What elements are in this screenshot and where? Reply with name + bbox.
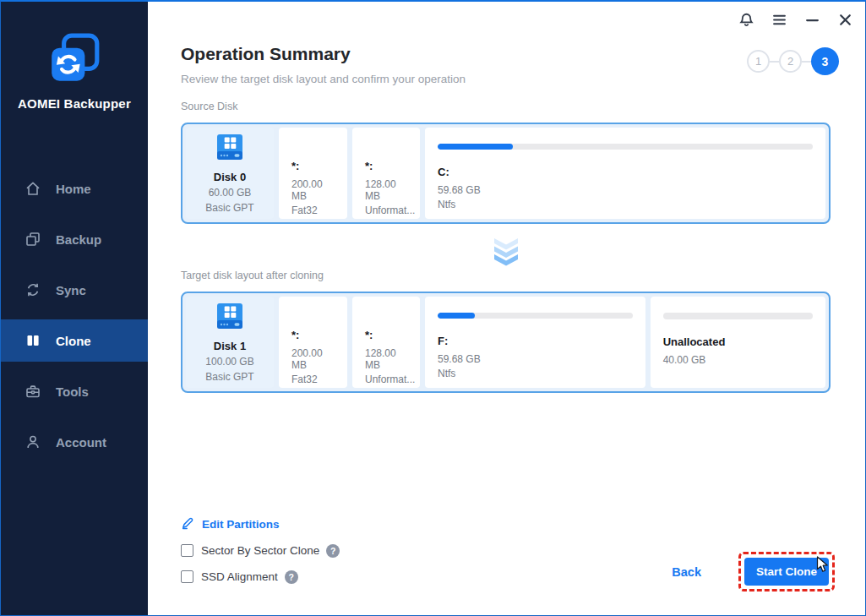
- notification-bell-icon[interactable]: [737, 9, 755, 30]
- step-connector: [802, 61, 811, 63]
- sector-by-sector-label: Sector By Sector Clone: [201, 544, 319, 557]
- partition-filesystem: Ntfs: [438, 368, 633, 379]
- disk-size: 60.00 GB: [209, 187, 252, 199]
- sidebar-item-home[interactable]: Home: [1, 167, 148, 210]
- clone-icon: [25, 332, 41, 349]
- step-2: 2: [779, 50, 802, 73]
- footer-actions: Back Start Clone: [672, 552, 835, 591]
- partition-size: 200.00 MB: [291, 347, 335, 371]
- back-button[interactable]: Back: [672, 565, 701, 579]
- disk-name: Disk 0: [214, 171, 246, 183]
- close-icon[interactable]: [836, 9, 854, 30]
- target-disk-info: Disk 1 100.00 GB Basic GPT: [186, 297, 274, 388]
- partition-filesystem: Unformat...: [365, 373, 407, 385]
- sidebar-item-label: Clone: [56, 334, 91, 348]
- partition-filesystem: Unformat...: [365, 204, 407, 216]
- disk-size: 100.00 GB: [205, 356, 253, 368]
- minimize-icon[interactable]: [803, 9, 821, 30]
- brand: AOMEI Backupper: [1, 30, 148, 111]
- target-disk-label: Target disk layout after cloning: [181, 270, 324, 281]
- partition-name: *:: [291, 160, 335, 172]
- home-icon: [25, 180, 41, 197]
- partition-cell: *: 128.00 MB Unformat...: [352, 297, 420, 388]
- app-window: AOMEI Backupper Home Backup Sync: [0, 0, 866, 616]
- sidebar-item-label: Sync: [56, 283, 86, 297]
- brand-name: AOMEI Backupper: [1, 96, 148, 111]
- sidebar-item-label: Home: [56, 182, 91, 196]
- clone-options: Edit Partitions Sector By Sector Clone ?…: [181, 515, 340, 585]
- menu-icon[interactable]: [770, 9, 788, 30]
- disk-name: Disk 1: [214, 340, 246, 352]
- sidebar-item-clone[interactable]: Clone: [1, 319, 148, 362]
- sidebar-item-label: Account: [56, 435, 106, 450]
- partition-size: 200.00 MB: [291, 178, 335, 202]
- disk-icon: [213, 302, 247, 335]
- unallocated-cell: Unallocated 40.00 GB: [651, 297, 825, 388]
- sidebar-nav: Home Backup Sync Clone: [1, 167, 148, 472]
- source-disk-panel: Disk 0 60.00 GB Basic GPT *: 200.00 MB F…: [181, 123, 831, 224]
- usage-bar: [663, 313, 813, 319]
- partition-name: *:: [365, 160, 407, 172]
- sector-by-sector-row: Sector By Sector Clone ?: [181, 542, 340, 559]
- partition-size: 59.68 GB: [438, 353, 633, 365]
- main-content: Operation Summary Review the target disk…: [148, 2, 865, 615]
- sidebar-item-sync[interactable]: Sync: [1, 269, 148, 311]
- sidebar: AOMEI Backupper Home Backup Sync: [1, 2, 148, 615]
- titlebar-controls: [737, 9, 854, 30]
- step-connector: [770, 61, 779, 63]
- clone-direction-arrow-icon: [493, 238, 519, 267]
- step-indicator: 1 2 3: [747, 47, 839, 75]
- partition-cell: F: 59.68 GB Ntfs: [425, 297, 645, 388]
- partition-name: *:: [291, 329, 335, 341]
- partition-cell: C: 59.68 GB Ntfs: [425, 128, 825, 219]
- usage-bar: [438, 144, 813, 150]
- step-3-active: 3: [811, 47, 839, 75]
- sector-by-sector-checkbox[interactable]: [181, 544, 193, 557]
- tools-icon: [25, 383, 41, 400]
- usage-bar-fill: [438, 313, 475, 319]
- page-title: Operation Summary: [181, 44, 351, 64]
- partition-size: 128.00 MB: [365, 178, 407, 202]
- highlight-annotation: Start Clone: [738, 552, 835, 591]
- partition-cell: *: 200.00 MB Fat32: [279, 128, 347, 219]
- disk-type: Basic GPT: [205, 202, 253, 214]
- sync-icon: [25, 281, 41, 298]
- sidebar-item-tools[interactable]: Tools: [1, 370, 148, 412]
- start-clone-button[interactable]: Start Clone: [744, 558, 829, 586]
- partition-size: 59.68 GB: [438, 184, 813, 196]
- partition-cell: *: 200.00 MB Fat32: [279, 297, 347, 388]
- ssd-alignment-row: SSD Alignment ?: [181, 569, 340, 585]
- partition-filesystem: Fat32: [291, 373, 335, 385]
- partition-size: 128.00 MB: [365, 347, 407, 371]
- partition-filesystem: Fat32: [291, 204, 335, 216]
- edit-partitions-label: Edit Partitions: [202, 518, 280, 531]
- ssd-alignment-checkbox[interactable]: [181, 570, 193, 583]
- sidebar-item-label: Backup: [56, 232, 101, 247]
- partition-name: *:: [365, 329, 407, 341]
- source-disk-label: Source Disk: [181, 101, 237, 112]
- target-disk-panel: Disk 1 100.00 GB Basic GPT *: 200.00 MB …: [181, 292, 831, 393]
- source-disk-info: Disk 0 60.00 GB Basic GPT: [186, 128, 274, 219]
- partition-name: Unallocated: [663, 335, 813, 348]
- sidebar-item-backup[interactable]: Backup: [1, 218, 148, 260]
- edit-partitions-link[interactable]: Edit Partitions: [181, 515, 340, 532]
- edit-pen-icon: [181, 516, 194, 532]
- usage-bar-fill: [438, 144, 513, 150]
- help-icon[interactable]: ?: [285, 570, 298, 584]
- account-icon: [25, 433, 41, 450]
- step-1: 1: [747, 50, 770, 73]
- disk-icon: [213, 133, 247, 166]
- partition-size: 40.00 GB: [663, 354, 813, 366]
- partition-name: F:: [438, 335, 633, 347]
- ssd-alignment-label: SSD Alignment: [201, 570, 278, 583]
- sidebar-item-label: Tools: [56, 384, 89, 399]
- page-subtitle: Review the target disk layout and confir…: [181, 73, 466, 85]
- partition-cell: *: 128.00 MB Unformat...: [352, 128, 420, 219]
- disk-type: Basic GPT: [205, 371, 253, 383]
- aomei-logo-icon: [46, 30, 102, 86]
- sidebar-item-account[interactable]: Account: [1, 421, 148, 463]
- backup-icon: [25, 231, 41, 248]
- usage-bar: [438, 313, 633, 319]
- help-icon[interactable]: ?: [326, 544, 340, 558]
- partition-filesystem: Ntfs: [438, 199, 813, 210]
